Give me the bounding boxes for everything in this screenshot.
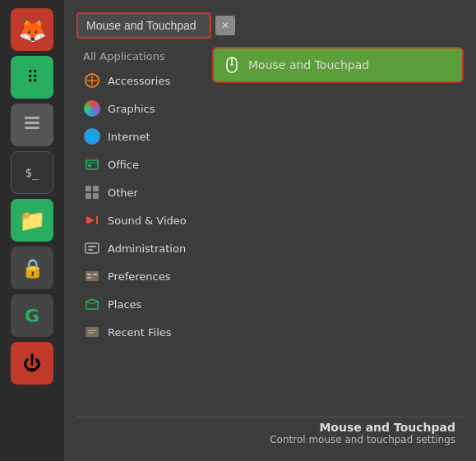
- status-app-desc: Control mouse and touchpad settings: [85, 434, 455, 445]
- category-graphics[interactable]: Graphics: [76, 95, 204, 122]
- internet-icon: 🌐: [83, 127, 101, 145]
- firefox-icon: 🦊: [18, 16, 47, 44]
- mouse-touchpad-icon: [222, 55, 242, 75]
- sound-video-icon: [83, 211, 101, 229]
- graphics-label: Graphics: [108, 103, 155, 115]
- grid-icon: ⠿: [26, 67, 38, 87]
- clear-button[interactable]: ✕: [215, 16, 235, 35]
- taskbar-switcher[interactable]: [11, 104, 53, 146]
- terminal-icon: $_: [25, 166, 39, 179]
- svg-rect-12: [93, 193, 99, 199]
- taskbar-files[interactable]: 📁: [11, 199, 53, 242]
- category-places[interactable]: Places: [76, 291, 204, 317]
- office-icon: [83, 155, 101, 173]
- svg-rect-8: [88, 164, 91, 167]
- category-administration[interactable]: Administration: [76, 235, 204, 261]
- preferences-label: Preferences: [108, 270, 170, 283]
- internet-label: Internet: [108, 131, 150, 143]
- lock-icon: 🔒: [21, 258, 44, 279]
- taskbar-grammarly[interactable]: G: [11, 294, 53, 337]
- status-bar: Mouse and Touchpad Control mouse and tou…: [76, 417, 464, 449]
- category-sound-video[interactable]: Sound & Video: [76, 207, 204, 233]
- category-internet[interactable]: 🌐 Internet: [76, 123, 204, 150]
- other-label: Other: [108, 187, 138, 199]
- svg-rect-15: [85, 243, 99, 253]
- recent-files-icon: [83, 323, 101, 341]
- preferences-icon: [83, 267, 101, 285]
- result-label: Mouse and Touchpad: [248, 58, 369, 71]
- category-accessories[interactable]: Accessories: [76, 67, 204, 94]
- svg-rect-10: [93, 186, 99, 191]
- grammarly-icon: G: [25, 306, 39, 326]
- places-label: Places: [108, 298, 141, 311]
- result-mouse-touchpad[interactable]: Mouse and Touchpad: [212, 47, 464, 83]
- svg-rect-22: [85, 327, 99, 337]
- svg-rect-17: [88, 249, 93, 251]
- search-input-wrapper[interactable]: [76, 12, 211, 39]
- other-icon: [83, 183, 101, 201]
- administration-label: Administration: [108, 242, 186, 255]
- svg-rect-2: [25, 127, 39, 129]
- category-all[interactable]: All Applications: [76, 47, 204, 66]
- taskbar-power[interactable]: ⏻: [11, 342, 53, 385]
- taskbar-firefox[interactable]: 🦊: [11, 8, 53, 51]
- content-area: All Applications Accessories Graphics: [76, 47, 464, 408]
- svg-rect-18: [85, 271, 99, 281]
- svg-rect-16: [88, 246, 96, 247]
- graphics-icon: [83, 99, 101, 118]
- category-recent-files[interactable]: Recent Files: [76, 319, 204, 345]
- taskbar-terminal[interactable]: $_: [11, 151, 53, 194]
- search-input[interactable]: [86, 19, 201, 32]
- svg-rect-9: [85, 186, 91, 191]
- svg-rect-20: [93, 274, 97, 275]
- svg-point-27: [231, 63, 233, 66]
- switcher-icon: [22, 113, 42, 137]
- recent-files-label: Recent Files: [108, 326, 172, 339]
- accessories-icon: [83, 71, 101, 90]
- svg-rect-0: [25, 117, 39, 119]
- svg-marker-13: [86, 216, 95, 224]
- svg-rect-21: [87, 277, 91, 279]
- taskbar-grid[interactable]: ⠿: [11, 56, 53, 99]
- search-bar: ✕: [76, 12, 464, 39]
- sound-video-label: Sound & Video: [108, 214, 187, 227]
- taskbar-lock[interactable]: 🔒: [11, 247, 53, 289]
- svg-rect-1: [25, 122, 39, 124]
- power-icon: ⏻: [23, 353, 41, 374]
- category-preferences[interactable]: Preferences: [76, 263, 204, 289]
- status-app-name: Mouse and Touchpad: [85, 421, 455, 434]
- main-panel: ✕ All Applications Accessories: [64, 0, 476, 461]
- administration-icon: [83, 239, 101, 257]
- category-other[interactable]: Other: [76, 179, 204, 205]
- folder-icon: 📁: [19, 208, 45, 233]
- svg-marker-14: [96, 216, 98, 224]
- categories-panel: All Applications Accessories Graphics: [76, 47, 204, 408]
- svg-rect-11: [85, 193, 91, 199]
- places-icon: [83, 295, 101, 313]
- clear-icon: ✕: [221, 20, 229, 31]
- results-panel: Mouse and Touchpad: [212, 47, 464, 408]
- office-label: Office: [108, 159, 139, 171]
- taskbar: 🦊 ⠿ $_ 📁 🔒 G ⏻: [0, 0, 64, 461]
- category-office[interactable]: Office: [76, 151, 204, 177]
- accessories-label: Accessories: [108, 75, 170, 87]
- svg-rect-19: [87, 274, 91, 275]
